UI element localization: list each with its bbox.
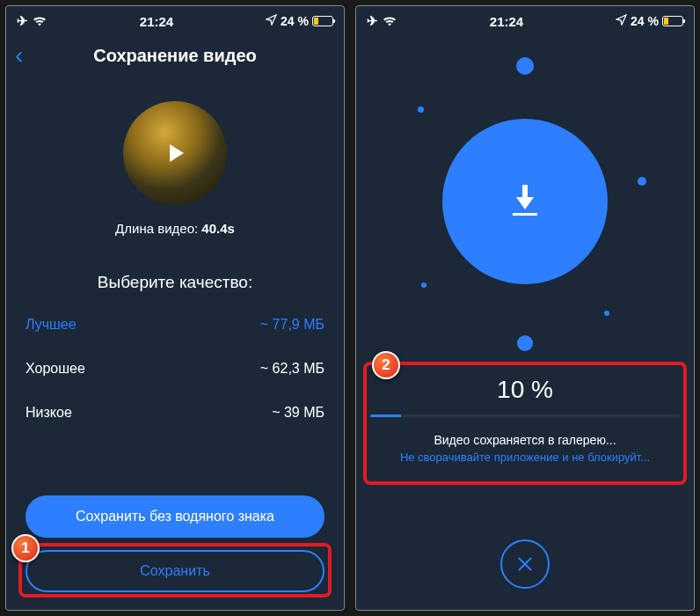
battery-icon	[312, 16, 333, 26]
cancel-button[interactable]	[500, 539, 550, 589]
wifi-icon	[382, 14, 397, 29]
quality-option-best[interactable]: Лучшее~ 77,9 МБ	[6, 303, 344, 347]
phone-right: ✈ 21:24 24 % 10 %	[355, 5, 695, 611]
battery-pct: 24 %	[631, 14, 659, 28]
quality-option-good[interactable]: Хорошее~ 62,3 МБ	[6, 347, 344, 391]
airplane-icon: ✈	[367, 13, 378, 29]
location-icon	[616, 14, 627, 28]
save-no-watermark-button[interactable]: Сохранить без водяного знака	[26, 495, 324, 538]
airplane-icon: ✈	[17, 13, 28, 29]
saving-label: Видео сохраняется в галерею...	[370, 433, 680, 447]
progress-panel: 10 % Видео сохраняется в галерею... Не с…	[370, 376, 680, 464]
play-icon	[170, 144, 184, 162]
progress-fill	[370, 414, 401, 417]
orbit-dot	[604, 311, 609, 316]
status-time: 21:24	[397, 14, 616, 29]
status-bar: ✈ 21:24 24 %	[6, 6, 344, 36]
status-bar: ✈ 21:24 24 %	[356, 6, 694, 36]
orbit-dot	[517, 335, 533, 351]
progress-bar	[370, 414, 680, 417]
orbit-dot	[421, 282, 427, 288]
download-circle	[442, 119, 608, 284]
download-icon	[508, 185, 542, 218]
battery-pct: 24 %	[281, 14, 309, 28]
quality-header: Выберите качество:	[6, 273, 344, 292]
video-preview-area: Длина видео: 40.4s	[6, 75, 344, 245]
quality-option-low[interactable]: Низкое~ 39 МБ	[6, 391, 344, 435]
video-length: Длина видео: 40.4s	[115, 221, 235, 236]
battery-icon	[662, 16, 683, 26]
orbit-dot	[638, 177, 646, 186]
wifi-icon	[32, 14, 47, 29]
phone-left: ✈ 21:24 24 % ‹ Сохранение видео Длина ви…	[5, 5, 345, 611]
back-button[interactable]: ‹	[15, 43, 23, 68]
page-title: Сохранение видео	[6, 46, 344, 66]
nav-bar: ‹ Сохранение видео	[6, 36, 344, 75]
warning-label: Не сворачивайте приложение и не блокируй…	[370, 451, 680, 464]
location-icon	[266, 14, 277, 28]
status-time: 21:24	[47, 14, 266, 29]
orbit-dot	[516, 57, 534, 75]
download-animation	[356, 36, 694, 367]
video-thumbnail[interactable]	[123, 101, 227, 205]
save-button[interactable]: Сохранить	[26, 550, 324, 592]
orbit-dot	[418, 106, 424, 113]
progress-percent: 10 %	[370, 376, 680, 404]
